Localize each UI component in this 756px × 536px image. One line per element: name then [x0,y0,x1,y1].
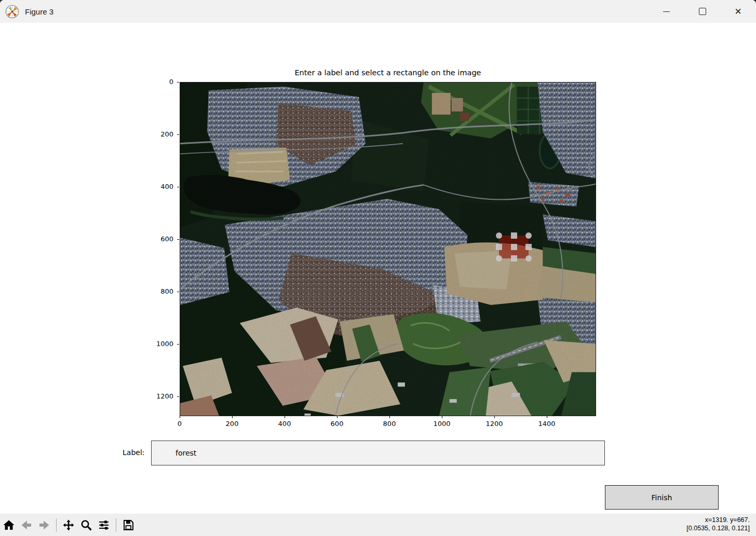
image-canvas[interactable] [180,82,596,416]
toolbar-separator [116,518,116,532]
selection-handle-w[interactable] [496,244,502,250]
selection-handle-ne[interactable] [525,232,532,239]
maximize-icon [699,8,706,15]
selection-handle-sw[interactable] [496,255,502,262]
selection-handle-s[interactable] [511,255,517,262]
selection-handle-center[interactable] [511,244,517,250]
home-button[interactable] [1,517,17,533]
back-icon [20,519,33,531]
cursor-readout: x=1319. y=667. [0.0535, 0.128, 0.121] [686,516,750,532]
selection-handle-se[interactable] [525,255,532,262]
save-icon [122,519,134,531]
back-button[interactable] [19,517,34,533]
pixel-value: [0.0535, 0.128, 0.121] [686,524,750,532]
matplotlib-logo-icon [5,5,19,19]
satellite-image [180,83,596,416]
selection-handle-nw[interactable] [496,232,502,239]
y-tick-label: 800 [0,287,173,295]
x-axis: 0200400600800100012001400 [180,416,596,432]
y-tick-mark [177,239,179,240]
x-tick-mark [337,416,338,418]
x-tick-label: 200 [226,420,239,428]
minimize-icon [663,11,670,12]
cursor-position: x=1319. y=667. [686,516,750,524]
label-input[interactable] [151,441,605,465]
navigation-toolbar [0,514,756,536]
forward-icon [38,519,50,531]
close-icon: ✕ [734,7,741,16]
y-tick-mark [177,344,179,345]
x-tick-mark [547,416,547,418]
y-tick-label: 1200 [0,392,173,400]
selection-handle-n[interactable] [511,232,517,239]
x-tick-mark [494,416,495,418]
x-tick-mark [180,416,180,418]
close-button[interactable]: ✕ [720,0,756,23]
maximize-button[interactable] [684,0,720,23]
x-tick-mark [285,416,285,418]
x-tick-label: 1000 [433,420,450,428]
pan-button[interactable] [61,517,76,533]
y-tick-mark [177,134,179,135]
y-tick-mark [177,187,179,187]
pan-icon [62,519,75,531]
y-tick-mark [177,82,179,83]
x-tick-label: 1400 [538,420,555,428]
finish-button[interactable]: Finish [605,485,719,510]
x-tick-label: 0 [178,420,182,428]
x-tick-mark [232,416,233,418]
subplots-icon [98,519,110,531]
label-caption: Label: [123,448,145,457]
x-tick-label: 1200 [485,420,503,428]
x-tick-label: 800 [383,420,396,428]
y-tick-mark [177,396,179,397]
zoom-button[interactable] [78,517,94,533]
x-tick-mark [389,416,390,418]
plot-title: Enter a label and select a rectangle on … [180,68,596,77]
subplots-button[interactable] [96,517,112,533]
zoom-icon [80,519,92,531]
toolbar-separator [56,518,57,532]
y-tick-label: 600 [0,235,173,243]
figure-window: Figure 3 ✕ Enter a label and select a re… [0,0,756,536]
window-title: Figure 3 [25,7,53,16]
y-tick-label: 400 [0,183,173,190]
y-tick-mark [177,292,179,292]
y-axis: 020040060080010001200 [0,82,180,416]
x-tick-mark [442,416,442,418]
forward-button[interactable] [36,517,52,533]
selection-rectangle[interactable] [499,236,529,258]
y-tick-label: 200 [0,130,173,138]
x-tick-label: 600 [331,420,344,428]
title-bar: Figure 3 ✕ [0,0,756,23]
y-tick-label: 1000 [0,340,173,348]
x-tick-label: 400 [278,420,291,428]
y-tick-label: 0 [0,78,173,86]
selection-handle-e[interactable] [525,244,532,250]
minimize-button[interactable] [649,0,684,23]
home-icon [3,519,15,531]
save-button[interactable] [120,517,136,533]
